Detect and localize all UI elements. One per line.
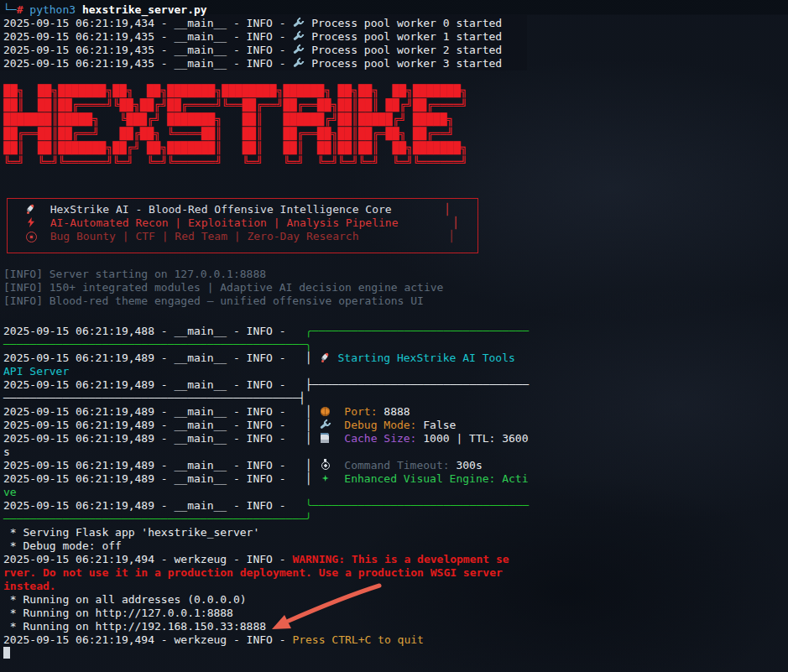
wrench-icon (319, 419, 331, 430)
text-segment: 2025-09-15 06:21:19,489 - __main__ - INF… (3, 352, 292, 364)
text-segment: Debug Mode: (344, 419, 416, 431)
text-segment: 2025-09-15 06:21:19,489 - __main__ - INF… (3, 419, 292, 431)
text-segment: WARNING: This is a development se (292, 553, 509, 565)
terminal-row: API Server (3, 365, 529, 378)
terminal-cursor (3, 647, 10, 659)
terminal-row (3, 647, 529, 660)
wrench-icon (292, 44, 305, 55)
target-icon (24, 230, 37, 242)
banner-text: AI-Automated Recon | Exploitation | Anal… (37, 216, 398, 229)
text-segment (331, 472, 345, 485)
text-segment: * Debug mode: off (3, 539, 122, 552)
text-segment: ────────────────────────────────────────… (3, 338, 312, 351)
text-segment: Cache Size: (344, 432, 416, 445)
text-segment: hexstrike_server.py (82, 3, 207, 16)
wrench-icon (292, 30, 305, 42)
text-segment: 1000 | TTL: 3600 (416, 432, 528, 445)
text-segment: ve (3, 486, 17, 498)
text-segment: │ (292, 432, 318, 445)
banner-text: HexStrike AI - Blood-Red Offensive Intel… (37, 203, 392, 216)
text-segment: False (416, 419, 456, 431)
spark-icon (319, 472, 331, 484)
terminal-row: [INFO] 150+ integrated modules | Adaptiv… (3, 281, 443, 294)
text-segment (331, 352, 338, 364)
text-segment: Process pool worker 3 started (305, 57, 502, 70)
text-segment: ────────────────────────────────────────… (3, 392, 305, 404)
terminal-row: 2025-09-15 06:21:19,435 - __main__ - INF… (3, 30, 502, 44)
text-segment: [INFO] 150+ integrated modules | Adaptiv… (3, 281, 443, 294)
banner-box: HexStrike AI - Blood-Red Offensive Intel… (7, 198, 478, 253)
text-segment: │ (292, 459, 318, 471)
text-segment: 2025-09-15 06:21:19,489 - __main__ - INF… (3, 499, 292, 512)
text-segment: └─ (3, 3, 17, 16)
terminal-row: └─# python3 hexstrike_server.py (3, 3, 502, 17)
text-segment: Starting HexStrike AI Tools (338, 352, 515, 364)
terminal-row: 2025-09-15 06:21:19,489 - __main__ - INF… (3, 472, 529, 486)
banner-divider-bar: │ (452, 216, 459, 230)
text-segment (331, 419, 345, 431)
terminal-row: [INFO] Blood-red theme engaged — unified… (3, 294, 443, 308)
annotation-arrow (267, 581, 389, 633)
terminal-row: 2025-09-15 06:21:19,489 - __main__ - INF… (3, 499, 529, 513)
terminal-screen[interactable]: └─# python3 hexstrike_server.py2025-09-1… (0, 0, 788, 672)
text-segment: Command Timeout: (344, 459, 449, 471)
terminal-output-top: └─# python3 hexstrike_server.py2025-09-1… (3, 3, 502, 70)
text-segment: ╭───────────────────────────────── (292, 325, 529, 337)
rocket-icon (319, 352, 331, 363)
terminal-row: ────────────────────────────────────────… (3, 392, 529, 405)
terminal-row: * Debug mode: off (3, 539, 529, 553)
text-segment: s (3, 445, 10, 458)
text-segment: 2025-09-15 06:21:19,494 - werkzeug - INF… (3, 553, 292, 565)
text-segment: 2025-09-15 06:21:19,494 - werkzeug - INF… (3, 633, 292, 646)
text-segment: python3 (29, 3, 76, 16)
text-segment: rver. Do not use it in a production depl… (3, 566, 503, 579)
wrench-icon (292, 57, 305, 69)
text-segment: 2025-09-15 06:21:19,435 - __main__ - INF… (3, 57, 292, 70)
banner-row: AI-Automated Recon | Exploitation | Anal… (8, 216, 477, 230)
text-segment: Port: (344, 405, 377, 418)
floppy-icon (319, 432, 331, 444)
text-segment: * Running on http://127.0.0.1:8888 (3, 607, 233, 619)
text-segment: ────────────────────────────────────────… (3, 513, 312, 525)
banner-row: HexStrike AI - Blood-Red Offensive Intel… (8, 203, 477, 216)
terminal-row: 2025-09-15 06:21:19,435 - __main__ - INF… (3, 57, 502, 70)
terminal-row: rver. Do not use it in a production depl… (3, 566, 529, 580)
hexstrike-ascii-logo: ██╗ ██╗███████╗██╗ ██╗███████╗████████╗█… (3, 84, 467, 169)
info-lines: [INFO] Server starting on 127.0.0.1:8888… (3, 268, 443, 308)
text-segment: Process pool worker 0 started (305, 17, 502, 29)
terminal-row: 2025-09-15 06:21:19,494 - werkzeug - INF… (3, 633, 529, 647)
text-segment: * Running on http://192.168.150.33:8888 (3, 620, 266, 633)
wrench-icon (292, 17, 305, 29)
terminal-row: s (3, 445, 529, 459)
text-segment (331, 432, 345, 445)
terminal-row: 2025-09-15 06:21:19,434 - __main__ - INF… (3, 17, 502, 30)
lightning-icon (24, 216, 37, 228)
text-segment: 2025-09-15 06:21:19,489 - __main__ - INF… (3, 378, 292, 391)
banner-text: Bug Bounty | CTF | Red Team | Zero-Day R… (37, 230, 359, 242)
banner-divider-bar: │ (448, 230, 455, 243)
terminal-row: 2025-09-15 06:21:19,488 - __main__ - INF… (3, 325, 529, 338)
rocket-icon (24, 203, 37, 215)
text-segment: instead. (3, 580, 56, 592)
terminal-row: 2025-09-15 06:21:19,489 - __main__ - INF… (3, 378, 529, 392)
terminal-row: 2025-09-15 06:21:19,494 - werkzeug - INF… (3, 553, 529, 566)
text-segment: │ (292, 352, 318, 364)
terminal-row: 2025-09-15 06:21:19,489 - __main__ - INF… (3, 405, 529, 419)
text-segment: │ (292, 419, 318, 431)
text-segment: 2025-09-15 06:21:19,488 - __main__ - INF… (3, 325, 292, 337)
text-segment: Process pool worker 1 started (305, 30, 502, 43)
text-segment: * Running on all addresses (0.0.0.0) (3, 593, 247, 606)
text-segment: │ (292, 405, 318, 418)
terminal-row: 2025-09-15 06:21:19,489 - __main__ - INF… (3, 432, 529, 445)
text-segment: 2025-09-15 06:21:19,489 - __main__ - INF… (3, 432, 292, 445)
text-segment: ╰───────────────────────────────── (292, 499, 529, 512)
terminal-row: 2025-09-15 06:21:19,489 - __main__ - INF… (3, 419, 529, 432)
terminal-row: 2025-09-15 06:21:19,489 - __main__ - INF… (3, 352, 529, 365)
terminal-row: * Serving Flask app 'hexstrike_server' (3, 526, 529, 539)
text-segment: 2025-09-15 06:21:19,435 - __main__ - INF… (3, 44, 292, 56)
stopwatch-icon (319, 459, 331, 471)
text-segment: 2025-09-15 06:21:19,489 - __main__ - INF… (3, 405, 292, 418)
text-segment: [INFO] Server starting on 127.0.0.1:8888 (3, 268, 266, 280)
text-segment: * Serving Flask app 'hexstrike_server' (3, 526, 259, 539)
terminal-row: ────────────────────────────────────────… (3, 513, 529, 526)
